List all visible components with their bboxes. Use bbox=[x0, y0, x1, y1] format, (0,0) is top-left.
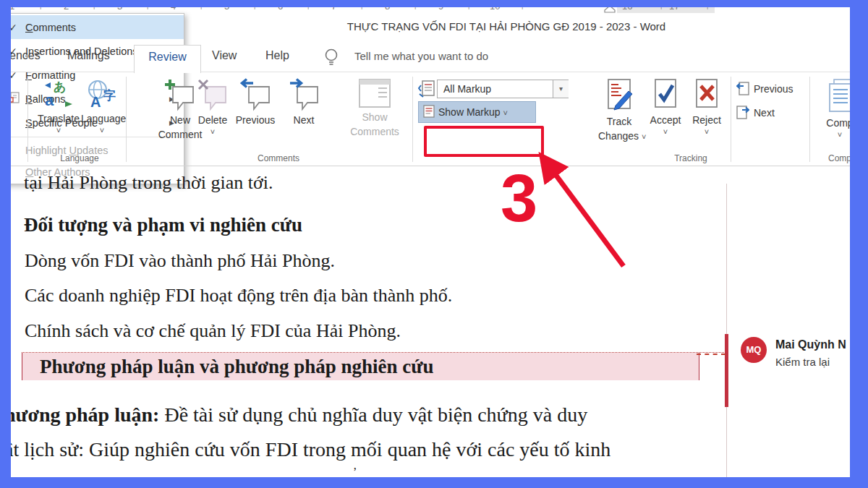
tab-review[interactable]: Review bbox=[134, 45, 201, 73]
track-changes-icon bbox=[603, 78, 636, 113]
change-bar bbox=[725, 334, 728, 407]
chevron-down-icon: ˅ bbox=[194, 127, 231, 136]
chevron-down-icon: ˅ bbox=[645, 127, 686, 136]
annotation-highlight-box bbox=[424, 126, 544, 157]
frame-border bbox=[0, 0, 868, 7]
translate-button[interactable]: あ a Translate ˅ bbox=[38, 75, 80, 134]
svg-text:a: a bbox=[45, 91, 54, 109]
ribbon-separator bbox=[126, 77, 127, 162]
reject-button[interactable]: Reject ˅ bbox=[687, 75, 726, 136]
show-comments-button[interactable]: Show Comments bbox=[347, 75, 402, 139]
show-markup-icon bbox=[423, 105, 435, 118]
tracked-change-dotted-line bbox=[22, 352, 726, 353]
show-markup-button[interactable]: Show Markup ˅ bbox=[418, 101, 536, 123]
doc-line: hương pháp luận: Đề tài sử dụng chủ nghĩ… bbox=[4, 403, 587, 427]
next-change-button[interactable]: Next bbox=[736, 105, 775, 119]
display-for-review-icon bbox=[418, 80, 435, 98]
doc-line: Các doanh nghiệp FDI hoạt động trên địa … bbox=[25, 285, 452, 307]
next-change-label: Next bbox=[754, 107, 775, 119]
chevron-down-icon: ˅ bbox=[81, 126, 123, 134]
avatar[interactable]: MQ bbox=[741, 337, 767, 363]
delete-comment-icon bbox=[197, 78, 229, 111]
accept-icon bbox=[651, 78, 680, 111]
doc-line: ật lịch sử: Giúp nghiên cứu vốn FDI tron… bbox=[4, 438, 610, 461]
frame-border bbox=[0, 0, 11, 488]
translate-icon: あ a bbox=[43, 78, 74, 110]
comment-text[interactable]: Kiểm tra lại bbox=[775, 356, 830, 368]
track-changes-button[interactable]: Track Changes ˅ bbox=[598, 75, 640, 143]
translate-label: Translate bbox=[38, 111, 80, 126]
comment-connector-line bbox=[697, 354, 726, 355]
language-label: Language bbox=[81, 111, 123, 126]
next-comment-icon bbox=[287, 78, 320, 111]
comment-pane-divider bbox=[726, 184, 727, 477]
delete-comment-button[interactable]: Delete ˅ bbox=[194, 75, 231, 136]
lightbulb-icon bbox=[323, 47, 340, 69]
show-comments-icon bbox=[358, 78, 391, 108]
language-icon: A 字 bbox=[86, 78, 118, 110]
doc-heading-highlighted: Phương pháp luận và phương pháp nghiên c… bbox=[40, 356, 434, 378]
doc-heading: Đối tượng và phạm vi nghiên cứu bbox=[24, 214, 302, 236]
chevron-down-icon: ˅ bbox=[38, 126, 80, 134]
tab-references-cut[interactable]: ences bbox=[9, 49, 41, 62]
svg-text:字: 字 bbox=[103, 88, 116, 103]
menu-item-label: Comments bbox=[25, 22, 184, 33]
display-for-review-dropdown-arrow[interactable]: ▾ bbox=[553, 80, 569, 98]
menu-separator bbox=[5, 137, 179, 137]
reject-label: Reject bbox=[687, 113, 726, 127]
previous-change-button[interactable]: Previous bbox=[736, 81, 793, 95]
comments-group-label: Comments bbox=[242, 153, 315, 163]
new-comment-icon bbox=[164, 78, 196, 111]
previous-comment-icon bbox=[239, 78, 272, 111]
previous-comment-label: Previous bbox=[233, 113, 278, 127]
doc-line: Dòng vốn FDI vào thành phố Hải Phòng. bbox=[25, 250, 335, 272]
delete-comment-label: Delete bbox=[194, 113, 231, 127]
ribbon-separator bbox=[27, 77, 28, 162]
ribbon-separator bbox=[809, 77, 810, 162]
svg-text:あ: あ bbox=[54, 80, 66, 94]
accept-button[interactable]: Accept ˅ bbox=[645, 75, 686, 136]
tab-review-label: Review bbox=[148, 51, 186, 64]
doc-line: tại Hải Phòng trong thời gian tới. bbox=[24, 172, 273, 194]
comment-author: Mai Quỳnh N bbox=[775, 338, 846, 351]
frame-border bbox=[850, 0, 868, 488]
doc-line: Chính sách và cơ chế quản lý FDI của Hải… bbox=[25, 320, 401, 342]
show-comments-label-1: Show bbox=[347, 110, 402, 124]
tell-me-box[interactable]: Tell me what you want to do bbox=[354, 50, 488, 62]
chevron-down-icon: ˅ bbox=[503, 108, 507, 117]
svg-text:A: A bbox=[90, 94, 101, 110]
ribbon-separator bbox=[731, 77, 731, 162]
annotation-step-number: 3 bbox=[501, 165, 537, 231]
show-markup-label: Show Markup bbox=[438, 106, 501, 118]
display-for-review-select[interactable]: All Markup bbox=[437, 80, 569, 98]
tracking-group-label: Tracking bbox=[655, 153, 727, 163]
ribbon-separator bbox=[412, 77, 413, 162]
window-title: THỰC TRẠNG VỐN FDI TẠI HẢI PHÒNG GĐ 2019… bbox=[289, 20, 723, 33]
tab-mailings[interactable]: Mailings bbox=[67, 49, 110, 62]
previous-change-label: Previous bbox=[754, 83, 793, 95]
accept-label: Accept bbox=[645, 113, 686, 127]
tab-view[interactable]: View bbox=[212, 49, 237, 62]
tab-help[interactable]: Help bbox=[265, 49, 289, 62]
menu-item-comments[interactable]: ✓ Comments bbox=[1, 15, 184, 39]
language-button[interactable]: A 字 Language ˅ bbox=[81, 75, 123, 134]
ribbon-bottom-border bbox=[11, 166, 850, 166]
word-window: THỰC TRẠNG VỐN FDI TẠI HẢI PHÒNG GĐ 2019… bbox=[0, 0, 868, 488]
language-group-label: Language bbox=[43, 153, 116, 163]
frame-border bbox=[0, 477, 868, 488]
next-change-icon bbox=[736, 105, 749, 119]
previous-comment-button[interactable]: Previous bbox=[233, 75, 278, 127]
previous-change-icon bbox=[736, 81, 749, 95]
next-comment-button[interactable]: Next bbox=[284, 75, 324, 127]
chevron-down-icon: ˅ bbox=[687, 127, 726, 136]
track-changes-label-2: Changes ˅ bbox=[598, 129, 640, 143]
track-changes-label-1: Track bbox=[598, 114, 640, 129]
show-comments-label-2: Comments bbox=[347, 124, 402, 139]
reject-icon bbox=[692, 78, 721, 111]
next-comment-label: Next bbox=[284, 113, 324, 127]
